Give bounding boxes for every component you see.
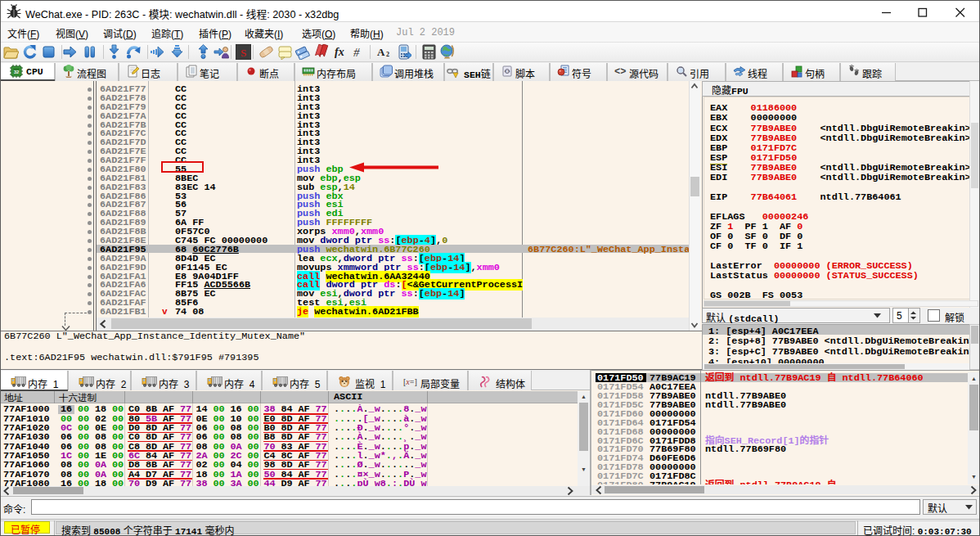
svg-text:fx: fx <box>335 46 344 58</box>
svg-text:S: S <box>241 47 246 59</box>
svg-text:32: 32 <box>14 70 20 74</box>
svg-text:A: A <box>377 46 385 58</box>
svg-text:2: 2 <box>386 51 389 58</box>
svg-text:[x=]: [x=] <box>403 377 417 386</box>
svg-text:#: # <box>353 46 360 59</box>
svg-text:<>: <> <box>504 69 510 74</box>
svg-text:<>: <> <box>614 66 626 78</box>
